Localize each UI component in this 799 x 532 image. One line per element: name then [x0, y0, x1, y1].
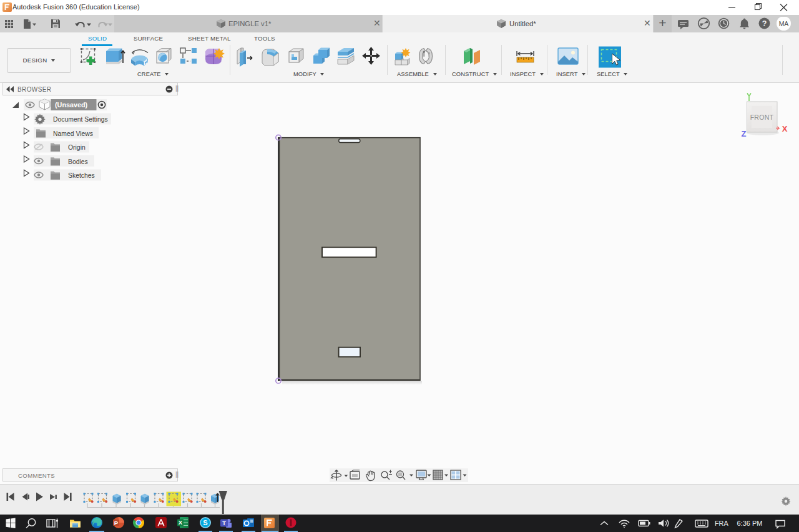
svg-text:?: ? — [762, 19, 767, 28]
svg-text:Named Views: Named Views — [53, 130, 93, 137]
svg-text:Bodies: Bodies — [68, 158, 88, 165]
svg-text:P: P — [114, 520, 119, 526]
svg-text:X: X — [782, 124, 788, 133]
svg-text:FRONT: FRONT — [750, 114, 774, 121]
svg-text:MA: MA — [779, 20, 789, 27]
svg-text:FRA: FRA — [715, 520, 728, 527]
svg-text:X: X — [179, 519, 183, 526]
svg-text:6:36 PM: 6:36 PM — [737, 520, 763, 527]
svg-text:Sketches: Sketches — [68, 172, 95, 179]
svg-text:Z: Z — [742, 129, 747, 138]
svg-text:Document Settings: Document Settings — [53, 116, 108, 123]
svg-text:(Unsaved): (Unsaved) — [55, 101, 88, 109]
svg-text:S: S — [203, 519, 207, 526]
svg-text:Origin: Origin — [68, 144, 86, 151]
svg-text:T: T — [222, 520, 226, 526]
